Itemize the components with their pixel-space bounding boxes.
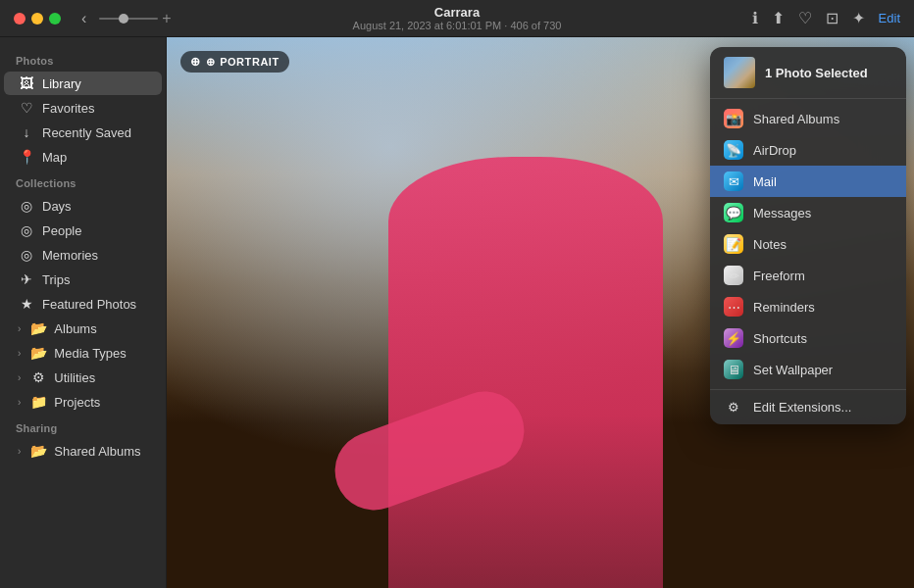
portrait-badge: ⊕ PORTRAIT — [180, 51, 289, 73]
titlebar: ‹ + Carrara August 21, 2023 at 6:01:01 P… — [0, 0, 914, 37]
dropdown-item-notes[interactable]: 📝 Notes — [710, 228, 906, 260]
main-layout: Photos 🖼 Library ♡ Favorites ↓ Recently … — [0, 37, 914, 588]
dropdown-item-mail[interactable]: ✉ Mail — [710, 166, 906, 197]
photo-viewer: ⊕ PORTRAIT 1 Photo Selected 📸 Shared Alb… — [167, 37, 914, 588]
window-title: Carrara — [353, 5, 562, 20]
sidebar-media-types-label: Media Types — [54, 346, 126, 361]
dropdown-item-edit-extensions[interactable]: ⚙ Edit Extensions... — [710, 394, 906, 420]
zoom-slider[interactable]: + — [99, 10, 171, 27]
shared-albums-icon: 📸 — [724, 109, 743, 128]
mail-icon: ✉ — [724, 172, 743, 191]
days-icon: ◎ — [18, 198, 35, 214]
people-icon: ◎ — [18, 222, 35, 238]
library-icon: 🖼 — [18, 75, 35, 91]
edit-extensions-label: Edit Extensions... — [753, 400, 851, 415]
dropdown-item-freeform[interactable]: ✏ Freeform — [710, 260, 906, 291]
sidebar-albums-label: Albums — [54, 321, 96, 336]
shared-albums-arrow: › — [18, 446, 21, 457]
shortcuts-icon: ⚡ — [724, 328, 743, 348]
back-button[interactable]: ‹ — [76, 8, 91, 29]
sidebar-item-projects[interactable]: › 📁 Projects — [4, 390, 162, 414]
traffic-lights — [14, 13, 61, 24]
person-silhouette — [388, 157, 663, 588]
minimize-button[interactable] — [31, 13, 43, 24]
dropdown-item-set-wallpaper[interactable]: 🖥 Set Wallpaper — [710, 354, 906, 385]
projects-icon: 📁 — [29, 394, 47, 410]
dropdown-item-shared-albums[interactable]: 📸 Shared Albums — [710, 103, 906, 134]
portrait-label: PORTRAIT — [220, 56, 279, 68]
dropdown-divider — [710, 389, 906, 390]
sidebar-trips-label: Trips — [42, 272, 70, 287]
sidebar-item-albums[interactable]: › 📂 Albums — [4, 317, 162, 340]
set-wallpaper-label: Set Wallpaper — [753, 363, 833, 377]
sidebar-memories-label: Memories — [42, 248, 98, 263]
sidebar-item-shared-albums[interactable]: › 📂 Shared Albums — [4, 439, 162, 463]
freeform-icon: ✏ — [724, 266, 743, 285]
dropdown-item-airdrop[interactable]: 📡 AirDrop — [710, 134, 906, 166]
map-icon: 📍 — [18, 149, 35, 165]
dropdown-item-shortcuts[interactable]: ⚡ Shortcuts — [710, 322, 906, 354]
sidebar-people-label: People — [42, 223, 81, 238]
titlebar-center: Carrara August 21, 2023 at 6:01:01 PM · … — [353, 5, 562, 31]
heart-icon[interactable]: ♡ — [798, 9, 812, 27]
sidebar-shared-albums-label: Shared Albums — [54, 444, 140, 459]
sidebar-item-days[interactable]: ◎ Days — [4, 194, 162, 218]
dropdown-item-messages[interactable]: 💬 Messages — [710, 197, 906, 228]
sidebar-item-trips[interactable]: ✈ Trips — [4, 268, 162, 291]
photo-thumbnail — [724, 57, 755, 88]
freeform-label: Freeform — [753, 269, 805, 283]
sidebar-item-memories[interactable]: ◎ Memories — [4, 243, 162, 267]
photo-selected-label: 1 Photo Selected — [765, 66, 868, 80]
sidebar-utilities-label: Utilities — [54, 370, 95, 385]
portrait-icon: ⊕ — [206, 56, 216, 69]
collections-section-label: Collections — [0, 170, 166, 193]
share-dropdown: 1 Photo Selected 📸 Shared Albums 📡 AirDr… — [710, 47, 906, 424]
dropdown-item-reminders[interactable]: ⋯ Reminders — [710, 291, 906, 322]
sidebar-item-favorites[interactable]: ♡ Favorites — [4, 96, 162, 120]
projects-arrow: › — [18, 397, 21, 408]
sidebar-item-media-types[interactable]: › 📂 Media Types — [4, 341, 162, 365]
set-wallpaper-icon: 🖥 — [724, 360, 743, 379]
trips-icon: ✈ — [18, 271, 35, 287]
shortcuts-label: Shortcuts — [753, 331, 807, 346]
shared-albums-icon: 📂 — [29, 443, 47, 459]
reminders-label: Reminders — [753, 300, 815, 315]
sidebar-featured-label: Featured Photos — [42, 297, 136, 312]
sidebar-item-utilities[interactable]: › ⚙ Utilities — [4, 366, 162, 389]
messages-icon: 💬 — [724, 203, 743, 222]
messages-label: Messages — [753, 206, 811, 220]
heart-icon: ♡ — [18, 100, 35, 116]
recently-saved-icon: ↓ — [18, 124, 35, 140]
sidebar: Photos 🖼 Library ♡ Favorites ↓ Recently … — [0, 37, 167, 588]
sidebar-item-library[interactable]: 🖼 Library — [4, 72, 162, 95]
magic-wand-icon[interactable]: ✦ — [852, 9, 865, 27]
media-types-arrow: › — [18, 348, 21, 359]
sidebar-projects-label: Projects — [54, 395, 100, 410]
albums-icon: 📂 — [29, 320, 47, 336]
sidebar-item-recently-saved[interactable]: ↓ Recently Saved — [4, 121, 162, 144]
sidebar-map-label: Map — [42, 150, 67, 165]
info-icon[interactable]: ℹ — [752, 9, 758, 27]
sidebar-item-map[interactable]: 📍 Map — [4, 145, 162, 169]
crop-icon[interactable]: ⊡ — [826, 9, 838, 27]
edit-extensions-icon: ⚙ — [724, 400, 743, 415]
sidebar-recently-saved-label: Recently Saved — [42, 125, 131, 140]
sidebar-item-people[interactable]: ◎ People — [4, 219, 162, 242]
sharing-section-label: Sharing — [0, 415, 166, 438]
sidebar-favorites-label: Favorites — [42, 101, 94, 116]
memories-icon: ◎ — [18, 247, 35, 263]
edit-button[interactable]: Edit — [879, 11, 900, 25]
fullscreen-button[interactable] — [49, 13, 61, 24]
share-icon[interactable]: ⬆ — [772, 9, 785, 27]
sidebar-item-featured[interactable]: ★ Featured Photos — [4, 292, 162, 316]
dropdown-header: 1 Photo Selected — [710, 47, 906, 99]
utilities-icon: ⚙ — [29, 369, 47, 385]
photo-metadata: August 21, 2023 at 6:01:01 PM · 406 of 7… — [353, 20, 562, 31]
close-button[interactable] — [14, 13, 25, 24]
media-types-icon: 📂 — [29, 345, 47, 361]
dropdown-menu: 📸 Shared Albums 📡 AirDrop ✉ Mail 💬 Messa… — [710, 99, 906, 424]
mail-label: Mail — [753, 174, 777, 189]
sidebar-library-label: Library — [42, 76, 81, 91]
notes-icon: 📝 — [724, 234, 743, 254]
titlebar-left: ‹ + — [14, 8, 172, 29]
